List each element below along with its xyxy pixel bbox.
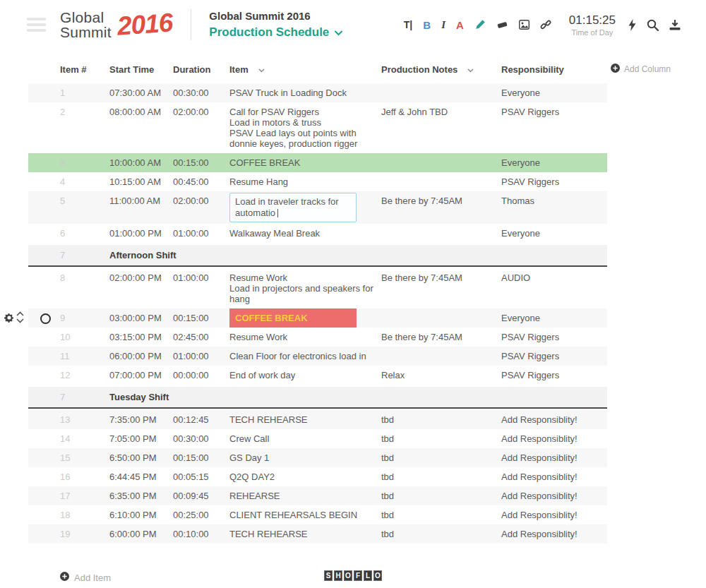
start-time-cell[interactable]: 6:44:45 PM [109,467,173,486]
duration-cell[interactable]: 00:12:45 [173,410,229,429]
start-time-cell[interactable]: 7:05:00 PM [109,429,173,448]
column-header-item[interactable]: Item [229,64,381,75]
item-cell[interactable]: PSAV Truck in Loading Dock [229,83,381,102]
responsibility-cell[interactable]: Thomas [501,191,607,210]
start-time-cell[interactable]: 11:00:00 AM [109,191,173,210]
font-color-icon[interactable]: A [456,20,464,30]
responsibility-cell[interactable]: Add Responsiblity! [501,524,607,544]
schedule-row[interactable]: 156:50:00 PM00:15:00GS Day 1tbdAdd Respo… [28,448,607,467]
start-time-cell[interactable]: 08:00:00 AM [109,102,173,121]
eyedropper-icon[interactable] [474,19,486,30]
schedule-row[interactable]: 186:10:00 PM00:25:00CLIENT REHEARSALS BE… [28,505,607,524]
responsibility-cell[interactable]: Add Responsiblity! [501,429,607,448]
chevron-down-icon[interactable] [258,64,265,75]
responsibility-cell[interactable]: Add Responsiblity! [501,467,607,486]
duration-cell[interactable]: 00:09:45 [173,486,229,505]
duration-cell[interactable]: 00:00:00 [173,366,229,385]
duration-cell[interactable]: 02:45:00 [173,328,229,347]
item-cell[interactable]: End of work day [229,366,381,385]
add-column-button[interactable]: Add Column [611,64,671,75]
start-time-cell[interactable]: 03:15:00 PM [109,328,173,347]
responsibility-cell[interactable]: AUDIO [501,268,607,287]
start-time-cell[interactable]: 02:00:00 PM [109,268,173,287]
schedule-row[interactable]: 176:35:00 PM00:09:45REHEARSEtbdAdd Respo… [28,486,607,505]
item-cell[interactable]: CLIENT REHEARSALS BEGIN [229,505,381,524]
column-header-production-notes[interactable]: Production Notes [381,64,501,75]
start-time-cell[interactable]: 07:30:00 AM [109,83,173,102]
start-time-cell[interactable]: 01:00:00 PM [109,224,173,243]
item-edit-input[interactable]: Load in traveler tracks for automatio [229,193,357,222]
start-time-cell[interactable]: 07:00:00 PM [109,366,173,385]
image-icon[interactable] [519,20,530,30]
responsibility-cell[interactable]: Add Responsiblity! [501,486,607,505]
item-cell[interactable]: GS Day 1 [229,448,381,467]
column-header-responsibility[interactable]: Responsibility [501,64,607,75]
column-header-start-time[interactable]: Start Time [109,64,173,75]
column-header-duration[interactable]: Duration [173,64,229,75]
schedule-row[interactable]: 511:00:00 AM02:00:00Load in traveler tra… [28,191,607,224]
item-cell[interactable]: Walkaway Meal Break [229,224,381,243]
start-time-cell[interactable]: 6:50:00 PM [109,448,173,467]
production-notes-cell[interactable]: Be there by 7:45AM [381,268,501,287]
production-notes-cell[interactable]: tbd [381,429,501,448]
lightning-icon[interactable] [628,19,636,31]
production-notes-cell[interactable]: tbd [381,448,501,467]
duration-cell[interactable]: 00:30:00 [173,83,229,102]
text-size-icon[interactable]: T| [404,20,412,30]
production-notes-cell[interactable]: tbd [381,505,501,524]
duration-cell[interactable]: 00:05:15 [173,467,229,486]
gear-icon[interactable] [4,313,14,323]
production-notes-cell[interactable]: tbd [381,410,501,429]
production-notes-cell[interactable] [381,153,501,162]
current-item-marker[interactable] [40,313,51,324]
italic-icon[interactable]: I [441,20,445,30]
start-time-cell[interactable]: 10:15:00 AM [109,172,173,191]
schedule-row[interactable]: 147:05:00 PM00:30:00Crew CalltbdAdd Resp… [28,429,607,448]
start-time-cell[interactable]: 7:35:00 PM [109,410,173,429]
schedule-row[interactable]: 1106:00:00 PM01:00:00Clean Floor for ele… [28,347,607,366]
production-notes-cell[interactable]: tbd [381,467,501,486]
chevron-down-icon[interactable] [467,64,474,75]
item-cell[interactable]: Q2Q DAY2 [229,467,381,486]
schedule-row[interactable]: 1003:15:00 PM02:45:00Resume WorkBe there… [28,328,607,347]
start-time-cell[interactable]: 6:00:00 PM [109,524,173,544]
item-cell[interactable]: Resume Work [229,328,381,347]
item-cell[interactable]: Load in traveler tracks for automatio [229,191,381,224]
production-notes-cell[interactable] [381,347,501,355]
item-cell[interactable]: REHEARSE [229,486,381,505]
item-cell[interactable]: COFFEE BREAK [229,308,381,328]
row-move-handle[interactable] [16,311,24,323]
menu-icon[interactable] [27,18,46,32]
responsibility-cell[interactable]: PSAV Riggers [501,366,607,385]
link-icon[interactable] [540,19,551,30]
search-icon[interactable] [647,19,659,31]
responsibility-cell[interactable]: Everyone [501,224,607,243]
responsibility-cell[interactable]: PSAV Riggers [501,347,607,366]
item-cell[interactable]: Crew Call [229,429,381,448]
schedule-row[interactable]: 903:00:00 PM00:15:00COFFEE BREAKEveryone [28,308,607,328]
download-icon[interactable] [669,20,681,30]
item-cell[interactable]: COFFEE BREAK [229,153,381,172]
duration-cell[interactable]: 02:00:00 [173,102,229,121]
responsibility-cell[interactable]: Add Responsiblity! [501,448,607,467]
schedule-row[interactable]: 107:30:00 AM00:30:00PSAV Truck in Loadin… [28,83,607,102]
shift-header-row[interactable]: 7Afternoon Shift [28,245,607,267]
start-time-cell[interactable]: 6:10:00 PM [109,505,173,524]
production-notes-cell[interactable]: Jeff & John TBD [381,102,501,121]
schedule-row[interactable]: 196:00:00 PM00:10:00TECH REHEARSEtbdAdd … [28,524,607,544]
start-time-cell[interactable]: 6:35:00 PM [109,486,173,505]
eraser-icon[interactable] [496,20,508,30]
duration-cell[interactable]: 01:00:00 [173,347,229,366]
duration-cell[interactable]: 00:15:00 [173,448,229,467]
duration-cell[interactable]: 01:00:00 [173,268,229,287]
production-notes-cell[interactable]: tbd [381,524,501,544]
responsibility-cell[interactable]: PSAV Riggers [501,102,607,121]
start-time-cell[interactable]: 06:00:00 PM [109,347,173,366]
duration-cell[interactable]: 00:25:00 [173,505,229,524]
duration-cell[interactable]: 00:10:00 [173,524,229,544]
item-cell[interactable]: Call for PSAV RiggersLoad in motors & tr… [229,102,381,153]
schedule-row[interactable]: 310:00:00 AM00:15:00COFFEE BREAKEveryone [28,153,607,172]
production-notes-cell[interactable]: Relax [381,366,501,385]
responsibility-cell[interactable]: PSAV Riggers [501,172,607,191]
responsibility-cell[interactable]: Everyone [501,308,607,328]
